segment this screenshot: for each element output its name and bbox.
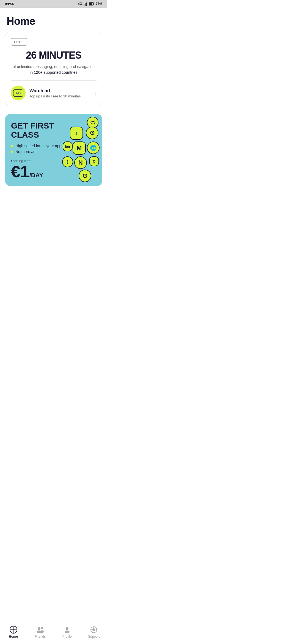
promo-card[interactable]: GET FIRST CLASS High speed for all your … [5,114,102,186]
app-icon-globe: 🌐 [87,141,100,154]
app-icon-partial2: ) [62,156,73,167]
app-icon-spotify: ⊙ [86,127,98,139]
card-subtitle: of unlimited messaging, emailing and nav… [11,64,97,75]
chevron-right-icon: › [95,90,97,96]
subtitle-prefix: in [30,70,34,75]
status-bar: 09:56 4G 77% [0,0,107,8]
price-per-day: /DAY [29,172,43,179]
price-value: €1 [11,162,29,181]
app-icons-cluster: ⬭ ♪ ⊙ M 🌐 ber N ) C G [58,117,100,172]
battery-icon [89,2,94,6]
status-time: 09:56 [5,2,14,6]
watch-ad-content: Watch ad Top up Firsty Free to 30 minute… [29,88,91,98]
free-badge: FREE [11,38,27,46]
app-icon-partial1: ber [63,141,73,151]
ad-label: AD [15,91,21,95]
svg-rect-0 [84,4,84,6]
svg-rect-6 [89,3,92,5]
countries-link[interactable]: 120+ supported countries [34,70,77,75]
minutes-display: 26 MINUTES [11,50,97,61]
bullet-text-2: No more ads [15,149,37,154]
signal-icon [84,2,87,6]
battery-label: 77% [96,2,102,6]
subtitle-text1: of unlimited messaging, emailing and nav… [13,64,95,69]
app-icon-gmail: M [73,141,86,155]
page-title: Home [7,15,101,27]
app-icon-google: G [79,170,91,182]
watch-ad-row[interactable]: AD Watch ad Top up Firsty Free to 30 min… [11,81,97,106]
page-content: Home FREE 26 MINUTES of unlimited messag… [0,8,107,216]
free-badge-text: FREE [14,40,24,44]
bullet-dot-2 [11,151,13,153]
svg-rect-3 [87,2,87,6]
watch-ad-title: Watch ad [29,88,91,94]
svg-rect-2 [86,2,87,6]
free-card: FREE 26 MINUTES of unlimited messaging, … [5,32,102,106]
app-icon-tiktok: ♪ [70,127,83,140]
watch-ad-sub: Top up Firsty Free to 30 minutes [29,94,91,98]
ad-icon-circle: AD [11,86,26,100]
bullet-dot-1 [11,145,13,147]
network-label: 4G [78,2,82,6]
app-icon-n: N [74,156,87,169]
page-header: Home [0,8,107,32]
status-right: 4G 77% [78,2,102,6]
ad-icon-inner: AD [13,89,23,97]
promo-title: GET FIRST CLASS [11,121,62,139]
app-icon-partial3: C [89,156,99,166]
svg-rect-5 [94,3,94,5]
svg-rect-1 [85,3,86,6]
bullet-text-1: High speed for all your apps [15,144,63,148]
spacer-bottom [0,191,107,216]
